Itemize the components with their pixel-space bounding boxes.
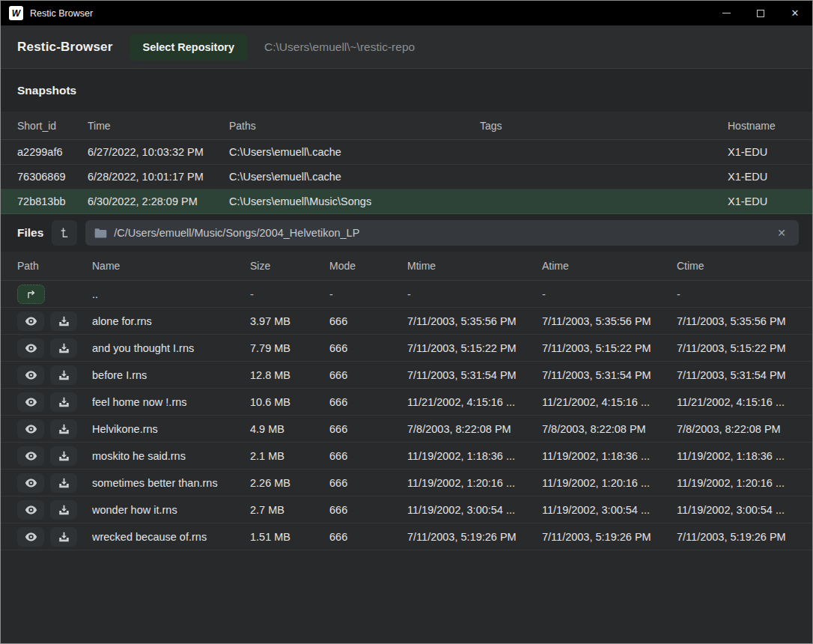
file-size: 10.6 MB — [250, 396, 329, 408]
eye-icon — [25, 424, 37, 434]
clear-path-button[interactable]: ✕ — [772, 223, 791, 243]
col-time[interactable]: Time — [88, 120, 229, 132]
file-atime: 7/11/2003, 5:15:22 PM — [542, 342, 677, 354]
download-file-button[interactable] — [50, 527, 77, 547]
file-name: wrecked because of.rns — [92, 531, 250, 543]
snapshot-hostname: X1-EDU — [728, 195, 799, 207]
files-table-header: Path Name Size Mode Mtime Atime Ctime — [1, 252, 812, 281]
file-ctime: 11/21/2002, 4:15:16 ... — [677, 396, 808, 408]
window-controls: ✕ — [709, 1, 812, 25]
file-row[interactable]: moskito he said.rns 2.1 MB 666 11/19/200… — [1, 443, 812, 470]
preview-file-button[interactable] — [17, 500, 44, 520]
maximize-icon — [757, 10, 764, 17]
download-file-button[interactable] — [50, 338, 77, 358]
file-row[interactable]: feel home now !.rns 10.6 MB 666 11/21/20… — [1, 389, 812, 416]
col-tags[interactable]: Tags — [480, 120, 728, 132]
file-mode: 666 — [329, 369, 407, 381]
preview-file-button[interactable] — [17, 473, 44, 493]
file-atime: 11/19/2002, 1:18:36 ... — [542, 450, 677, 462]
file-mtime: 11/19/2002, 1:18:36 ... — [407, 450, 542, 462]
file-size: 3.97 MB — [250, 315, 329, 327]
file-mode: 666 — [329, 423, 407, 435]
snapshot-row[interactable]: 76306869 6/28/2022, 10:01:17 PM C:\Users… — [1, 165, 812, 189]
file-tree-toggle-button[interactable] — [52, 220, 77, 246]
file-size: 1.51 MB — [250, 531, 329, 543]
download-file-button[interactable] — [50, 500, 77, 520]
file-mtime: 7/11/2003, 5:31:54 PM — [407, 369, 542, 381]
download-file-button[interactable] — [50, 446, 77, 466]
col-name[interactable]: Name — [92, 260, 250, 272]
app-window: W Restic Browser ✕ Restic-Browser Select… — [0, 0, 813, 644]
snapshot-paths: C:\Users\emuell\Music\Songs — [229, 195, 480, 207]
download-file-button[interactable] — [50, 419, 77, 439]
download-icon — [58, 451, 70, 461]
col-paths[interactable]: Paths — [229, 120, 480, 132]
tree-view-icon — [58, 226, 71, 240]
file-mtime: 7/11/2003, 5:19:26 PM — [407, 531, 542, 543]
snapshot-row[interactable]: a2299af6 6/27/2022, 10:03:32 PM C:\Users… — [1, 140, 812, 165]
file-atime: 7/8/2003, 8:22:08 PM — [542, 423, 677, 435]
file-mtime: 7/11/2003, 5:35:56 PM — [407, 315, 542, 327]
file-mode: 666 — [329, 504, 407, 516]
download-file-button[interactable] — [50, 365, 77, 385]
file-row[interactable]: wonder how it.rns 2.7 MB 666 11/19/2002,… — [1, 496, 812, 523]
col-ctime[interactable]: Ctime — [677, 260, 808, 272]
file-row[interactable]: before I.rns 12.8 MB 666 7/11/2003, 5:31… — [1, 362, 812, 389]
parent-directory-row[interactable]: .. - - - - - — [1, 281, 812, 308]
file-row[interactable]: alone for.rns 3.97 MB 666 7/11/2003, 5:3… — [1, 308, 812, 335]
file-ctime: - — [677, 288, 808, 300]
file-row[interactable]: sometimes better than.rns 2.26 MB 666 11… — [1, 470, 812, 496]
file-atime: 11/19/2002, 3:00:54 ... — [542, 504, 677, 516]
select-repository-button[interactable]: Select Repository — [130, 34, 249, 61]
file-row[interactable]: and you thought I.rns 7.79 MB 666 7/11/2… — [1, 335, 812, 362]
preview-file-button[interactable] — [17, 312, 44, 331]
close-button[interactable]: ✕ — [778, 1, 812, 25]
col-size[interactable]: Size — [250, 260, 329, 272]
file-size: 12.8 MB — [250, 369, 329, 381]
preview-file-button[interactable] — [17, 392, 44, 412]
preview-file-button[interactable] — [17, 338, 44, 358]
snapshot-time: 6/30/2022, 2:28:09 PM — [88, 195, 229, 207]
file-row[interactable]: Helvikone.rns 4.9 MB 666 7/8/2003, 8:22:… — [1, 416, 812, 443]
file-atime: 7/11/2003, 5:31:54 PM — [542, 369, 677, 381]
minimize-button[interactable] — [709, 1, 743, 25]
col-path[interactable]: Path — [17, 260, 92, 272]
col-atime[interactable]: Atime — [542, 260, 677, 272]
preview-file-button[interactable] — [17, 419, 44, 439]
snapshot-time: 6/27/2022, 10:03:32 PM — [88, 146, 229, 158]
snapshots-section-heading: Snapshots — [1, 69, 812, 112]
snapshot-paths: C:\Users\emuell\.cache — [229, 171, 480, 183]
files-table-body: alone for.rns 3.97 MB 666 7/11/2003, 5:3… — [1, 308, 812, 550]
file-name: moskito he said.rns — [92, 450, 250, 462]
file-mtime: 7/11/2003, 5:15:22 PM — [407, 342, 542, 354]
file-mtime: 11/19/2002, 1:20:16 ... — [407, 477, 542, 489]
col-hostname[interactable]: Hostname — [728, 120, 799, 132]
maximize-button[interactable] — [743, 1, 778, 25]
preview-file-button[interactable] — [17, 527, 44, 547]
clear-icon: ✕ — [777, 227, 786, 239]
file-atime: 11/21/2002, 4:15:16 ... — [542, 396, 677, 408]
eye-icon — [25, 451, 37, 461]
preview-file-button[interactable] — [17, 446, 44, 466]
preview-file-button[interactable] — [17, 365, 44, 385]
download-file-button[interactable] — [50, 392, 77, 412]
col-short-id[interactable]: Short_id — [17, 120, 88, 132]
go-up-directory-button[interactable] — [17, 285, 45, 304]
col-mtime[interactable]: Mtime — [407, 260, 542, 272]
col-mode[interactable]: Mode — [329, 260, 407, 272]
file-name: before I.rns — [92, 369, 250, 381]
download-file-button[interactable] — [50, 473, 77, 493]
download-file-button[interactable] — [50, 312, 77, 331]
snapshot-hostname: X1-EDU — [728, 146, 799, 158]
download-icon — [58, 316, 70, 326]
titlebar-left: W Restic Browser — [1, 6, 93, 20]
file-name: feel home now !.rns — [92, 396, 250, 408]
repository-path: C:\Users\emuell\~\restic-repo — [264, 40, 415, 54]
current-path-field[interactable]: /C/Users/emuell/Music/Songs/2004_Helveti… — [85, 220, 799, 246]
eye-icon — [25, 343, 37, 353]
file-row[interactable]: wrecked because of.rns 1.51 MB 666 7/11/… — [1, 523, 812, 550]
titlebar: W Restic Browser ✕ — [1, 1, 812, 25]
snapshot-row-selected[interactable]: 72b813bb 6/30/2022, 2:28:09 PM C:\Users\… — [1, 189, 812, 214]
eye-icon — [25, 316, 37, 326]
file-mtime: 11/19/2002, 3:00:54 ... — [407, 504, 542, 516]
